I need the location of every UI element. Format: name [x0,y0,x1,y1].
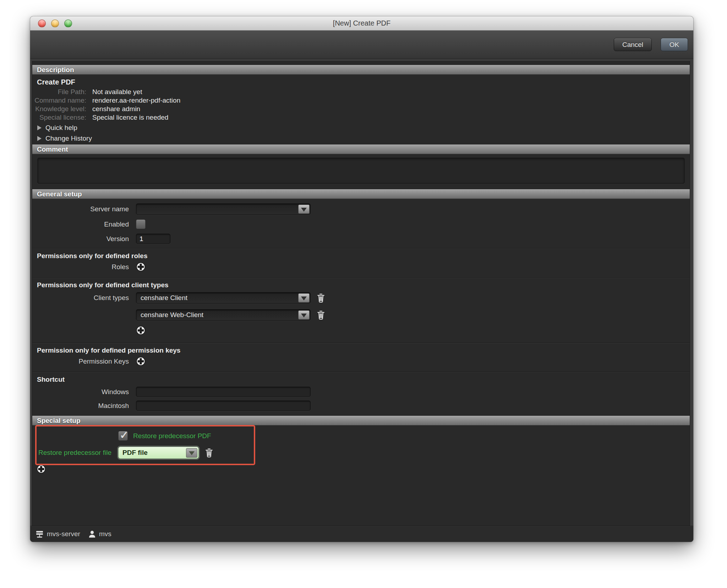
close-window-icon[interactable] [38,20,46,27]
add-role-button[interactable] [136,262,146,272]
special-license-label: Special license: [32,113,86,122]
user-name: mvs [99,530,111,538]
quick-help-label: Quick help [45,124,77,132]
plus-icon [136,262,146,272]
special-setup-block: Restore predecessor PDF Restore predeces… [32,425,690,475]
client-type-select-1[interactable]: censhare Client [136,292,311,304]
disclosure-triangle-icon [37,136,42,141]
shortcut-windows-row: Windows [32,387,690,397]
command-name-label: Command name: [32,96,86,105]
plus-icon [37,464,46,474]
chevron-down-icon[interactable] [298,310,310,320]
action-title: Create PDF [32,77,690,88]
client-type-row: Client types censhare Client [32,292,690,304]
subsection-header-client-types: Permissions only for defined client type… [32,278,690,289]
subsection-header-shortcut: Shortcut [32,372,690,383]
section-header-comment: Comment [32,145,690,154]
restore-predecessor-file-value: PDF file [122,449,148,457]
dialog-content: Description Create PDF File Path: Not av… [30,59,693,526]
special-license-value: Special licence is needed [92,113,168,122]
window-title: [New] Create PDF [333,19,390,27]
version-input[interactable]: 1 [136,234,170,244]
change-history-disclosure[interactable]: Change History [32,134,690,143]
knowledge-level-label: Knowledge level: [32,105,86,113]
empty-area [32,475,690,526]
permission-keys-label: Permission Keys [32,358,129,365]
description-block: Create PDF File Path: Not available yet … [32,75,690,145]
server-name-label: Server name [32,205,129,213]
section-header-special-setup: Special setup [32,416,690,425]
trash-icon [317,293,325,303]
delete-client-type-button-1[interactable] [317,293,325,303]
description-row-file-path: File Path: Not available yet [32,88,690,96]
section-header-description: Description [32,65,690,75]
description-row-special-license: Special license: Special licence is need… [32,113,690,122]
knowledge-level-value: censhare admin [92,105,140,113]
user-status-item: mvs [89,530,111,538]
restore-predecessor-file-select[interactable]: PDF file [118,447,199,459]
description-row-knowledge-level: Knowledge level: censhare admin [32,105,690,113]
command-name-value: renderer.aa-render-pdf-action [92,96,180,105]
enabled-row: Enabled [32,219,690,229]
restore-predecessor-file-label: Restore predecessor file [32,449,111,457]
restore-predecessor-pdf-label: Restore predecessor PDF [133,432,211,440]
windows-label: Windows [32,388,129,396]
restore-predecessor-file-row: Restore predecessor file PDF file [32,447,690,459]
ok-button[interactable]: OK [661,38,688,51]
macintosh-label: Macintosh [32,402,129,410]
title-bar: [New] Create PDF [30,16,693,31]
server-name-row: Server name [32,203,690,215]
add-special-setup-button[interactable] [37,464,46,474]
restore-predecessor-pdf-checkbox[interactable] [118,431,128,441]
windows-shortcut-input[interactable] [136,387,311,397]
enabled-label: Enabled [32,220,129,228]
chevron-down-icon[interactable] [298,293,310,303]
quick-help-disclosure[interactable]: Quick help [32,123,690,132]
server-icon [36,530,43,538]
enabled-checkbox[interactable] [136,219,146,229]
file-path-label: File Path: [32,88,86,96]
form-panel: Description Create PDF File Path: Not av… [32,61,690,526]
shortcut-macintosh-row: Macintosh [32,401,690,411]
zoom-window-icon[interactable] [64,20,72,27]
roles-row: Roles [32,262,690,273]
change-history-label: Change History [45,135,92,142]
cancel-button[interactable]: Cancel [614,38,652,51]
client-types-label: Client types [32,294,129,302]
client-type-value-2: censhare Web-Client [141,311,203,319]
server-status-item: mvs-server [36,530,80,538]
add-client-type-button[interactable] [136,326,146,335]
subsection-header-roles: Permissions only for defined roles [32,249,690,260]
delete-restore-file-button[interactable] [205,448,213,458]
chevron-down-icon[interactable] [186,448,197,458]
permission-keys-row: Permission Keys [32,356,690,368]
client-type-select-2[interactable]: censhare Web-Client [136,309,311,321]
disclosure-triangle-icon [37,125,42,130]
chevron-down-icon[interactable] [298,205,310,214]
comment-textarea[interactable] [37,158,685,184]
roles-label: Roles [32,263,129,271]
dialog-toolbar: Cancel OK [30,31,693,59]
version-row: Version 1 [32,234,690,244]
plus-icon [136,326,146,335]
server-name: mvs-server [47,530,80,538]
delete-client-type-button-2[interactable] [317,310,325,320]
client-type-row: censhare Web-Client [32,309,690,321]
client-type-value-1: censhare Client [141,294,187,302]
section-header-general-setup: General setup [32,189,690,199]
status-bar: mvs-server mvs [30,526,693,542]
description-row-command-name: Command name: renderer.aa-render-pdf-act… [32,96,690,105]
minimize-window-icon[interactable] [51,20,59,27]
plus-icon [136,356,146,366]
add-permission-key-button[interactable] [136,356,146,366]
trash-icon [317,310,325,320]
macintosh-shortcut-input[interactable] [136,401,311,411]
server-name-select[interactable] [136,203,311,215]
subsection-header-permission-keys: Permission only for defined permission k… [32,343,690,354]
user-icon [89,530,95,538]
restore-predecessor-pdf-row: Restore predecessor PDF [118,431,690,441]
file-path-value: Not available yet [92,88,142,96]
trash-icon [205,448,213,458]
dialog-window: [New] Create PDF Cancel OK Description C… [30,16,693,542]
version-label: Version [32,235,129,243]
